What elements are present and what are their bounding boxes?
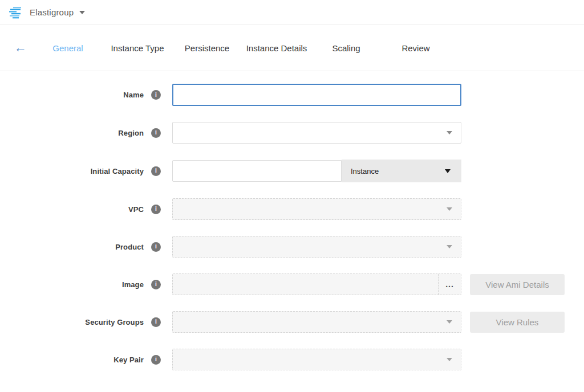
tab-instance-details[interactable]: Instance Details [242, 43, 311, 53]
general-form: Name i Region i Initial Capacity i Insta… [0, 71, 584, 370]
info-icon[interactable]: i [151, 317, 161, 327]
capacity-unit-value: Instance [351, 167, 379, 175]
region-label: Region [118, 129, 144, 137]
tab-review[interactable]: Review [381, 43, 451, 53]
elastigroup-product-menu[interactable]: Elastigroup [9, 6, 85, 19]
chevron-down-icon [445, 169, 451, 173]
info-glyph: i [155, 319, 157, 325]
info-icon[interactable]: i [151, 242, 161, 252]
tab-general[interactable]: General [33, 43, 103, 53]
form-row-product: Product i [0, 236, 584, 258]
browse-image-button: ... [438, 274, 461, 295]
info-icon[interactable]: i [151, 280, 161, 289]
tab-instance-type[interactable]: Instance Type [103, 43, 172, 53]
info-glyph: i [155, 244, 157, 250]
chevron-down-icon [79, 11, 85, 14]
info-icon[interactable]: i [151, 90, 161, 100]
info-glyph: i [155, 168, 157, 174]
name-label: Name [123, 91, 144, 99]
wizard-tab-bar: ← General Instance Type Persistence Inst… [0, 25, 584, 71]
view-ami-details-button: View Ami Details [470, 274, 565, 295]
form-row-name: Name i [0, 84, 584, 106]
image-input: ... [172, 273, 461, 295]
back-button[interactable]: ← [8, 42, 33, 54]
info-icon[interactable]: i [151, 205, 161, 214]
view-rules-button: View Rules [470, 312, 565, 333]
chevron-down-icon [447, 358, 452, 361]
image-input-value [173, 274, 438, 295]
initial-capacity-input[interactable] [172, 160, 342, 182]
tab-scaling[interactable]: Scaling [311, 43, 381, 53]
region-select[interactable] [172, 122, 461, 144]
product-label: Product [115, 243, 144, 251]
info-icon[interactable]: i [151, 166, 161, 176]
chevron-down-icon [447, 245, 452, 248]
form-row-key-pair: Key Pair i [0, 349, 584, 370]
vpc-select [172, 198, 461, 220]
info-icon[interactable]: i [151, 128, 161, 138]
info-icon[interactable]: i [151, 355, 161, 365]
elastigroup-logo-icon [9, 6, 24, 19]
vpc-label: VPC [128, 205, 144, 214]
chevron-down-icon [447, 131, 452, 134]
product-select [172, 236, 461, 258]
key-pair-select [172, 349, 461, 370]
security-groups-label: Security Groups [85, 318, 144, 326]
app-title: Elastigroup [30, 7, 74, 17]
initial-capacity-label: Initial Capacity [91, 167, 144, 175]
chevron-down-icon [447, 207, 452, 211]
key-pair-label: Key Pair [113, 356, 144, 364]
info-glyph: i [155, 92, 157, 98]
info-glyph: i [155, 357, 157, 362]
image-label: Image [122, 280, 144, 289]
top-header: Elastigroup [0, 0, 584, 25]
info-glyph: i [155, 130, 157, 136]
chevron-down-icon [447, 320, 452, 324]
tab-persistence[interactable]: Persistence [172, 43, 242, 53]
arrow-left-icon: ← [14, 40, 27, 55]
name-input[interactable] [172, 84, 461, 106]
form-row-image: Image i ... View Ami Details [0, 273, 584, 295]
info-glyph: i [155, 206, 157, 212]
form-row-initial-capacity: Initial Capacity i Instance [0, 160, 584, 182]
info-glyph: i [155, 281, 157, 287]
capacity-unit-select[interactable]: Instance [342, 160, 461, 182]
security-groups-select [172, 311, 461, 333]
form-row-region: Region i [0, 122, 584, 144]
form-row-vpc: VPC i [0, 198, 584, 220]
form-row-security-groups: Security Groups i View Rules [0, 311, 584, 333]
